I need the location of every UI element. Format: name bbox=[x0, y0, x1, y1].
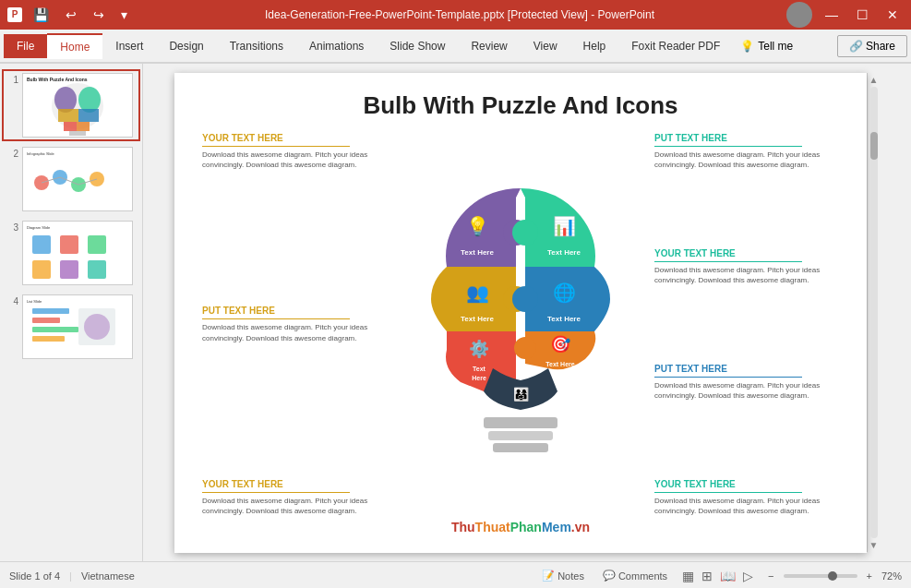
slide-img-1: Bulb With Puzzle And Icons bbox=[22, 73, 133, 138]
svg-rect-9 bbox=[69, 131, 86, 136]
svg-rect-7 bbox=[64, 122, 77, 131]
slide-num-3: 3 bbox=[6, 222, 18, 233]
scroll-thumb[interactable] bbox=[870, 132, 878, 160]
reading-view-icon[interactable]: 📖 bbox=[718, 567, 737, 585]
status-divider-1: | bbox=[69, 570, 72, 582]
left-text-block-1: YOUR TEXT HERE Download this awesome dia… bbox=[202, 133, 387, 170]
svg-text:Text Here: Text Here bbox=[547, 315, 581, 323]
tab-home[interactable]: Home bbox=[47, 33, 102, 59]
svg-point-3 bbox=[54, 87, 77, 113]
zoom-level: 72% bbox=[881, 570, 902, 582]
comments-button[interactable]: 💬 Comments bbox=[597, 568, 673, 583]
right-text-block-1: PUT TEXT HERE Download this awesome diag… bbox=[654, 133, 839, 170]
svg-rect-6 bbox=[78, 109, 99, 122]
normal-view-icon[interactable]: ▦ bbox=[680, 567, 696, 585]
svg-text:👥: 👥 bbox=[466, 282, 489, 304]
right-divider-3 bbox=[654, 377, 802, 378]
tab-view[interactable]: View bbox=[521, 34, 570, 58]
tab-foxit[interactable]: Foxit Reader PDF bbox=[618, 34, 733, 58]
slide-thumbnail-2[interactable]: 2 Infographic Slide bbox=[4, 145, 138, 213]
status-right: 📝 Notes 💬 Comments ▦ ⊞ 📖 ▷ − + 72% bbox=[536, 567, 902, 585]
zoom-out-button[interactable]: − bbox=[762, 569, 779, 583]
svg-text:📊: 📊 bbox=[553, 215, 576, 237]
divider-2 bbox=[202, 318, 350, 319]
svg-text:Text: Text bbox=[473, 366, 486, 372]
slide-thumbnail-4[interactable]: 4 List Slide bbox=[4, 293, 138, 361]
slide-info: Slide 1 of 4 bbox=[9, 570, 60, 582]
watermark-mem: Mem bbox=[542, 520, 571, 534]
tab-review[interactable]: Review bbox=[458, 34, 520, 58]
slide-img-4: List Slide bbox=[22, 294, 133, 359]
right-text-block-4: YOUR TEXT HERE Download this awesome dia… bbox=[654, 479, 839, 516]
watermark: ThuThuatPhanMem.vn bbox=[451, 520, 590, 534]
customize-button[interactable]: ▾ bbox=[115, 6, 133, 24]
left-text-block-2: PUT TEXT HERE Download this awesome diag… bbox=[202, 306, 387, 342]
view-icons: ▦ ⊞ 📖 ▷ bbox=[680, 567, 755, 585]
left-text-block-3: YOUR TEXT HERE Download this awesome dia… bbox=[202, 479, 387, 516]
svg-rect-22 bbox=[60, 235, 78, 254]
svg-rect-42 bbox=[493, 443, 548, 452]
lightbulb-icon: 💡 bbox=[740, 40, 754, 53]
svg-rect-26 bbox=[88, 260, 106, 279]
scroll-up-button[interactable]: ▲ bbox=[869, 75, 879, 85]
svg-rect-40 bbox=[484, 417, 557, 428]
undo-button[interactable]: ↩ bbox=[60, 6, 82, 24]
slidesorter-icon[interactable]: ⊞ bbox=[700, 567, 714, 585]
svg-rect-30 bbox=[32, 318, 60, 323]
scroll-track bbox=[870, 87, 878, 538]
right-desc-4: Download this awesome diagram. Pitch you… bbox=[654, 496, 839, 516]
svg-point-36 bbox=[512, 220, 538, 246]
left-label-3: YOUR TEXT HERE bbox=[202, 479, 387, 489]
window-title: Idea-Generation-Free-PowerPoint-Template… bbox=[133, 8, 786, 21]
left-desc-3: Download this awesome diagram. Pitch you… bbox=[202, 496, 387, 516]
svg-rect-31 bbox=[32, 327, 78, 332]
tab-help[interactable]: Help bbox=[570, 34, 619, 58]
slide-num-2: 2 bbox=[6, 149, 18, 159]
minimize-button[interactable]: — bbox=[820, 6, 844, 24]
tab-slideshow[interactable]: Slide Show bbox=[377, 34, 458, 58]
share-button[interactable]: 🔗 Share bbox=[837, 35, 907, 57]
svg-rect-25 bbox=[60, 260, 78, 279]
slide-thumbnail-3[interactable]: 3 Diagram Slide bbox=[4, 219, 138, 287]
slide-img-3: Diagram Slide bbox=[22, 221, 133, 285]
svg-text:🎯: 🎯 bbox=[550, 334, 571, 354]
svg-rect-24 bbox=[32, 260, 51, 279]
zoom-slider[interactable] bbox=[784, 574, 857, 578]
tab-transitions[interactable]: Transitions bbox=[217, 34, 296, 58]
tab-file[interactable]: File bbox=[4, 34, 47, 58]
right-divider-4 bbox=[654, 492, 802, 493]
restore-button[interactable]: ☐ bbox=[851, 6, 874, 24]
slide-title: Bulb With Puzzle And Icons bbox=[202, 91, 839, 120]
redo-button[interactable]: ↪ bbox=[88, 6, 110, 24]
watermark-vn: .vn bbox=[571, 520, 590, 534]
vertical-scrollbar[interactable]: ▲ ▼ bbox=[867, 73, 880, 552]
tab-design[interactable]: Design bbox=[156, 34, 216, 58]
notes-button[interactable]: 📝 Notes bbox=[536, 568, 590, 583]
svg-point-4 bbox=[78, 87, 101, 113]
save-button[interactable]: 💾 bbox=[28, 6, 54, 24]
right-divider-1 bbox=[654, 146, 802, 147]
svg-text:🌐: 🌐 bbox=[553, 282, 576, 304]
svg-text:List Slide: List Slide bbox=[27, 299, 42, 304]
diagram-container: YOUR TEXT HERE Download this awesome dia… bbox=[202, 133, 839, 521]
comments-icon: 💬 bbox=[603, 570, 616, 582]
zoom-thumb[interactable] bbox=[828, 571, 837, 581]
right-label-2: YOUR TEXT HERE bbox=[654, 248, 839, 258]
slide-canvas[interactable]: Bulb With Puzzle And Icons YOUR TEXT HER… bbox=[174, 73, 867, 553]
right-text-block-3: PUT TEXT HERE Download this awesome diag… bbox=[654, 364, 839, 401]
close-button[interactable]: ✕ bbox=[881, 6, 904, 24]
slide-thumbnail-1[interactable]: 1 Bulb With Puzzle And Icons bbox=[4, 71, 138, 139]
tab-animations[interactable]: Animations bbox=[296, 34, 377, 58]
tab-insert[interactable]: Insert bbox=[102, 34, 156, 58]
powerpoint-icon: P bbox=[7, 7, 22, 22]
svg-rect-8 bbox=[77, 122, 90, 131]
svg-point-34 bbox=[84, 314, 110, 340]
left-desc-2: Download this awesome diagram. Pitch you… bbox=[202, 322, 387, 342]
zoom-in-button[interactable]: + bbox=[861, 569, 878, 583]
right-desc-3: Download this awesome diagram. Pitch you… bbox=[654, 380, 839, 401]
slideshow-view-icon[interactable]: ▷ bbox=[741, 567, 755, 585]
zoom-area: − + 72% bbox=[762, 569, 902, 583]
notes-icon: 📝 bbox=[542, 570, 555, 582]
scroll-down-button[interactable]: ▼ bbox=[869, 540, 879, 550]
left-label-2: PUT TEXT HERE bbox=[202, 306, 387, 316]
